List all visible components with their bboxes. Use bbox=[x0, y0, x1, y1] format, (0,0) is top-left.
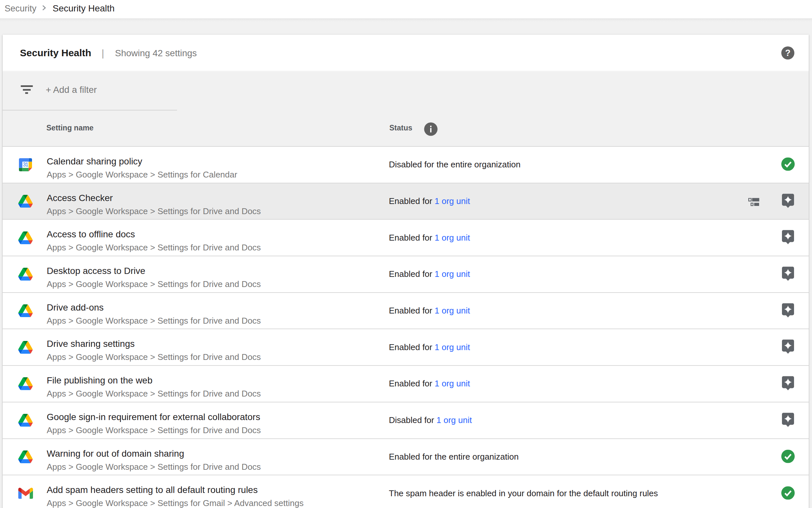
svg-text:31: 31 bbox=[23, 162, 28, 167]
